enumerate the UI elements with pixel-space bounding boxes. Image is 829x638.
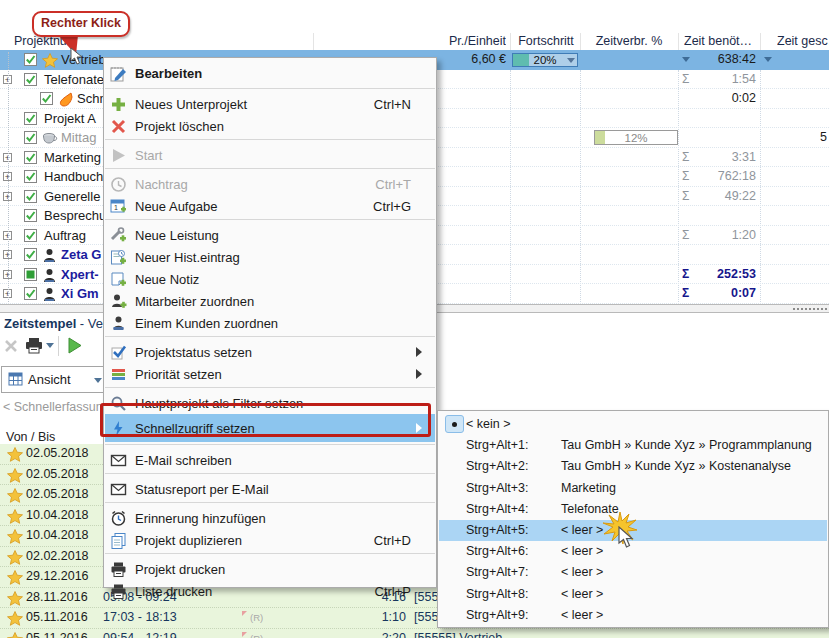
submenu-item-strg-alt-3-[interactable]: Strg+Alt+3:Marketing bbox=[439, 478, 827, 499]
menu-item-projektstatus-setzen[interactable]: Projektstatus setzen bbox=[105, 341, 435, 363]
menu-separator bbox=[105, 473, 435, 474]
checkbox-icon[interactable] bbox=[24, 209, 37, 225]
submenu-item-strg-alt-2-[interactable]: Strg+Alt+2:Tau GmbH » Kunde Xyz » Kosten… bbox=[439, 456, 827, 477]
menu-item-bearbeiten[interactable]: Bearbeiten bbox=[105, 60, 435, 86]
timestamp-row[interactable]: 05.11.201609:54 - 12:19(R)2:20[55555] Ve… bbox=[0, 629, 829, 638]
submenu-item-strg-alt-7-[interactable]: Strg+Alt+7:< leer > bbox=[439, 562, 827, 583]
menu-item-priorität-setzen[interactable]: Priorität setzen bbox=[105, 363, 435, 385]
submenu-item-strg-alt-8-[interactable]: Strg+Alt+8:< leer > bbox=[439, 584, 827, 605]
cell-dropdown-caret[interactable] bbox=[764, 57, 772, 66]
submenu-item-strg-alt-1-[interactable]: Strg+Alt+1:Tau GmbH » Kunde Xyz » Progra… bbox=[439, 435, 827, 456]
menu-item-start[interactable]: Start bbox=[105, 144, 435, 166]
menu-item-label: Statusreport per E-Mail bbox=[135, 482, 269, 497]
submenu-item-label: < leer > bbox=[561, 544, 603, 558]
timestamp-date: 02.05.2018 bbox=[26, 446, 89, 460]
sigma-symbol: Σ bbox=[682, 228, 689, 242]
menu-item-label: Neues Unterprojekt bbox=[135, 97, 247, 112]
person-icon bbox=[42, 268, 57, 286]
checkbox-icon[interactable] bbox=[24, 112, 37, 128]
menu-item-label: Bearbeiten bbox=[135, 66, 202, 81]
recurrence-marker-icon bbox=[242, 611, 247, 616]
start-timer-icon[interactable] bbox=[66, 336, 84, 355]
submenu-item-label: Tau GmbH » Kunde Xyz » Kostenanalyse bbox=[561, 459, 791, 473]
delete-timestamp-icon[interactable] bbox=[3, 338, 19, 354]
checkbox-icon[interactable] bbox=[24, 131, 37, 147]
column-header-pr-einheit[interactable]: Pr./Einheit bbox=[420, 34, 506, 48]
delete-icon bbox=[110, 118, 127, 135]
menu-item-label: Start bbox=[135, 148, 162, 163]
timestamp-project: [55555] Vertrieb bbox=[414, 631, 502, 638]
menu-item-projekt-löschen[interactable]: Projekt löschen bbox=[105, 115, 435, 137]
submenu-item-strg-alt-9-[interactable]: Strg+Alt+9:< leer > bbox=[439, 605, 827, 626]
menu-item-neues-unterprojekt[interactable]: Neues UnterprojektCtrl+N bbox=[105, 93, 435, 115]
checkbox-icon[interactable] bbox=[24, 268, 37, 284]
project-name: Generelle bbox=[44, 189, 100, 204]
column-header-zeit-geschaetzt[interactable]: Zeit gesc… bbox=[777, 34, 829, 48]
menu-item-erinnerung-hinzufügen[interactable]: Erinnerung hinzufügen bbox=[105, 507, 435, 529]
menu-item-projekt-drucken[interactable]: Projekt drucken bbox=[105, 558, 435, 580]
checkbox-icon[interactable] bbox=[24, 229, 37, 245]
time-needed-value: 252:53 bbox=[690, 267, 756, 281]
selected-dot-icon bbox=[445, 415, 464, 433]
column-header-zeit-benoetigt[interactable]: Zeit benöt… bbox=[684, 34, 758, 48]
menu-item-mitarbeiter-zuordnen[interactable]: Mitarbeiter zuordnen bbox=[105, 290, 435, 312]
menu-item-einem-kunden-zuordnen[interactable]: Einem Kunden zuordnen bbox=[105, 312, 435, 334]
menu-item-label: Liste drucken bbox=[135, 584, 212, 599]
status-icon bbox=[110, 344, 127, 361]
menu-item-statusreport-per-e-mail[interactable]: Statusreport per E-Mail bbox=[105, 478, 435, 500]
menu-item-liste-drucken[interactable]: Liste druckenCtrl+P bbox=[105, 580, 435, 602]
timestamp-date: 10.04.2018 bbox=[26, 528, 89, 542]
progress-dropdown-caret[interactable] bbox=[567, 58, 575, 67]
submenu-item-label: < leer > bbox=[561, 608, 603, 622]
checkbox-icon[interactable] bbox=[24, 248, 37, 264]
star-icon bbox=[7, 570, 23, 588]
column-header-zeitverbr[interactable]: Zeitverbr. % bbox=[582, 34, 676, 48]
column-header-fortschritt[interactable]: Fortschritt bbox=[512, 34, 580, 48]
time-estimated-value: 5 bbox=[820, 130, 827, 144]
checkbox-icon[interactable] bbox=[24, 287, 37, 303]
menu-item-neue-leistung[interactable]: Neue Leistung bbox=[105, 224, 435, 246]
submenu-item-shortcut: Strg+Alt+1: bbox=[466, 438, 529, 452]
submenu-item-kein[interactable]: < kein > bbox=[439, 414, 827, 435]
checkbox-icon[interactable] bbox=[24, 190, 37, 206]
menu-item-hauptprojekt-als-filter-setzen[interactable]: Hauptprojekt als Filter setzen bbox=[105, 392, 435, 414]
mouse-cursor bbox=[70, 47, 84, 69]
progress-bar[interactable]: 20% bbox=[512, 53, 578, 67]
menu-item-projekt-duplizieren[interactable]: Projekt duplizierenCtrl+D bbox=[105, 529, 435, 551]
view-dropdown-button[interactable]: Ansicht bbox=[1, 366, 113, 393]
menu-item-neue-notiz[interactable]: Neue Notiz bbox=[105, 268, 435, 290]
time-needed-value: 0:07 bbox=[690, 286, 756, 300]
menu-item-neue-aufgabe[interactable]: 1Neue AufgabeCtrl+G bbox=[105, 195, 435, 217]
checkbox-icon[interactable] bbox=[24, 53, 37, 69]
submenu-item-shortcut: Strg+Alt+8: bbox=[466, 587, 529, 601]
print-dropdown-caret[interactable] bbox=[46, 343, 54, 352]
menu-item-label: Projekt duplizieren bbox=[135, 533, 242, 548]
time-needed-value: 638:42 bbox=[690, 52, 756, 66]
star-icon bbox=[7, 611, 23, 629]
history-icon bbox=[110, 249, 127, 266]
menu-item-label: Schnellzugriff setzen bbox=[135, 421, 255, 436]
menu-item-e-mail-schreiben[interactable]: E-Mail schreiben bbox=[105, 449, 435, 471]
menu-item-label: Neue Leistung bbox=[135, 228, 219, 243]
checkbox-icon[interactable] bbox=[24, 170, 37, 186]
star-icon bbox=[7, 509, 23, 527]
sigma-symbol: Σ bbox=[682, 189, 689, 203]
menu-item-shortcut: Ctrl+D bbox=[374, 533, 411, 548]
print-icon[interactable] bbox=[25, 337, 43, 354]
menu-item-schnellzugriff-setzen[interactable]: Schnellzugriff setzen bbox=[105, 414, 435, 442]
checkbox-icon[interactable] bbox=[40, 92, 53, 108]
menu-separator bbox=[105, 502, 435, 503]
task-icon: 1 bbox=[110, 198, 127, 215]
checkbox-icon[interactable] bbox=[24, 151, 37, 167]
menu-item-neuer-hist-eintrag[interactable]: Neuer Hist.eintrag bbox=[105, 246, 435, 268]
annotation-callout: Rechter Klick bbox=[32, 11, 130, 37]
printer-icon bbox=[110, 561, 127, 578]
time-needed-value: 3:31 bbox=[690, 150, 756, 164]
cell-dropdown-caret[interactable] bbox=[682, 57, 690, 66]
checkbox-icon[interactable] bbox=[24, 73, 37, 89]
column-header-von-bis[interactable]: Von / Bis bbox=[6, 430, 55, 444]
time-needed-value: 0:02 bbox=[690, 91, 756, 105]
view-button-label: Ansicht bbox=[28, 372, 71, 387]
menu-item-nachtrag[interactable]: NachtragCtrl+T bbox=[105, 173, 435, 195]
quick-entry-input[interactable]: < Schnellerfassung bbox=[3, 400, 110, 414]
